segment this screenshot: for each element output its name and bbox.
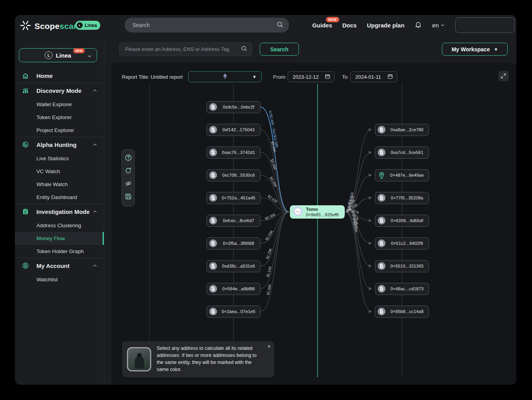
notifications-bell-icon[interactable]: [414, 21, 422, 30]
scopescan-logo-icon: [20, 20, 31, 33]
sidebar-item-discovery-mode[interactable]: Discovery Mode: [15, 83, 104, 98]
sidebar-item-wallet-explorer[interactable]: Wallet Explorer: [15, 98, 104, 111]
center-node-name: Tomo: [306, 206, 338, 212]
eth-token-icon: [223, 73, 227, 81]
flow-edge-in[interactable]: [261, 107, 289, 212]
refresh-icon: [125, 167, 132, 176]
sidebar-item-whale-watch[interactable]: Whale Watch: [15, 178, 104, 191]
document-icon: [378, 308, 385, 315]
address-node-in[interactable]: 0xdc5e...0ebc2f: [206, 101, 261, 113]
chevron-up-icon[interactable]: [92, 142, 98, 147]
center-node-address: 0×9e81...925ef8: [306, 212, 338, 217]
document-icon: [209, 262, 217, 270]
refresh-tool-button[interactable]: [124, 167, 132, 176]
search-icon[interactable]: [241, 45, 247, 53]
address-node-out[interactable]: 0×77f0...35208a: [375, 192, 429, 204]
document-icon: [209, 148, 217, 156]
address-node-out[interactable]: 0×6309...4d65df: [375, 215, 429, 227]
sidebar-nav: Home Discovery Mode Wallet ExplorerToken…: [15, 69, 104, 286]
document-icon: [378, 239, 385, 247]
my-workspace-button[interactable]: My Workspace▼: [442, 43, 508, 56]
address-node-out[interactable]: 0xa8ae...2ce780: [375, 124, 429, 136]
address-node-in[interactable]: 0×2f5a...3f9068: [206, 237, 261, 250]
sidebar-item-money-flow[interactable]: Money Flow: [15, 232, 104, 245]
fullscreen-button[interactable]: [498, 71, 508, 81]
flow-edge-in[interactable]: [261, 212, 289, 289]
address-node-out[interactable]: 0×48ac...cd1873: [375, 283, 429, 295]
sidebar-item-home[interactable]: Home: [15, 69, 104, 83]
chevron-up-icon[interactable]: [92, 88, 98, 93]
network-selector[interactable]: L Linea NEW: [19, 48, 97, 62]
linea-logo-icon: L: [77, 22, 83, 28]
nav-upgrade-plan[interactable]: Upgrade plan: [367, 22, 404, 29]
help-tool-button[interactable]: [124, 154, 132, 163]
token-filter-dropdown[interactable]: ▼: [188, 71, 262, 82]
sidebar-item-investigation-mode[interactable]: Investigation Mode: [15, 204, 104, 219]
address-node-out[interactable]: 0×5510...311365: [375, 260, 429, 272]
to-date-picker[interactable]: 2024-01-11: [350, 71, 397, 82]
address-node-in[interactable]: 0xd38c...a531e6: [206, 260, 261, 272]
caret-down-icon: ▼: [252, 74, 257, 79]
sidebar-item-alpha-hunting[interactable]: Alpha Hunting: [15, 137, 104, 152]
home-icon: [22, 72, 29, 80]
investigation-mode-icon: [22, 208, 29, 215]
address-node-in[interactable]: 0xc708...5530c6: [206, 169, 261, 181]
document-icon: [209, 171, 217, 179]
search-icon[interactable]: [276, 21, 284, 30]
sidebar: L Linea NEW Home Discovery Mode Wallet E…: [15, 36, 104, 385]
chevron-up-icon[interactable]: [92, 209, 98, 214]
document-icon: [209, 239, 217, 247]
sidebar-item-vc-watch[interactable]: VC Watch: [15, 165, 104, 178]
address-node-out[interactable]: 0xa7cd...5ce561: [375, 147, 429, 159]
new-badge: NEW: [73, 48, 85, 53]
sidebar-item-entity-dashboard[interactable]: Entity Dashboard: [15, 191, 104, 204]
eye-off-tool-button[interactable]: [124, 180, 132, 189]
wallet-connect-box[interactable]: [455, 17, 515, 33]
sidebar-item-token-holder-graph[interactable]: Token Holder Graph: [15, 245, 104, 258]
brand[interactable]: Scopescan: [20, 20, 79, 33]
tooltip-text: Select any address to calculate all its …: [157, 345, 264, 373]
address-search-input[interactable]: [125, 46, 241, 52]
chevron-up-icon[interactable]: [92, 263, 98, 268]
my-account-icon: [22, 262, 29, 269]
sidebar-item-address-clustering[interactable]: Address Clustering: [15, 219, 104, 232]
address-node-out[interactable]: 0×487e...6e49ae: [375, 169, 429, 181]
document-icon: [378, 217, 385, 224]
expand-icon: [500, 73, 507, 79]
document-icon: [209, 126, 217, 134]
linea-network-icon: L: [45, 51, 52, 59]
document-icon: [209, 308, 217, 315]
save-tool-button[interactable]: [124, 193, 132, 202]
flow-edge-in[interactable]: [261, 212, 289, 311]
nav-guides[interactable]: Guides NEW: [312, 22, 332, 29]
nav-docs[interactable]: Docs: [342, 22, 357, 29]
sidebar-item-live-statistics[interactable]: Live Statistics: [15, 152, 104, 165]
close-icon[interactable]: ×: [267, 343, 271, 349]
search-button[interactable]: Search: [260, 43, 299, 56]
language-selector[interactable]: en: [432, 22, 445, 29]
address-node-out[interactable]: 0×85b8...cc14a8: [375, 306, 429, 318]
address-node-in[interactable]: 0xf142...175043: [206, 124, 261, 136]
network-selector-label: Linea NEW: [56, 52, 71, 59]
address-node-out[interactable]: 0×51c2...9402f9: [375, 237, 429, 250]
document-icon: [209, 217, 217, 224]
report-title: Report Title: Untitled report: [122, 74, 183, 80]
network-badge: L Linea: [75, 21, 100, 30]
sidebar-item-token-explorer[interactable]: Token Explorer: [15, 111, 104, 124]
document-icon: [378, 285, 385, 293]
edge-label: $1.08K: [266, 284, 272, 295]
document-icon: [209, 103, 217, 111]
sidebar-item-watchlist[interactable]: Watchlist: [15, 273, 104, 286]
from-date-picker[interactable]: 2023-12-12: [288, 71, 335, 82]
address-node-in[interactable]: 0×752a...451a45: [206, 192, 261, 204]
sidebar-item-my-account[interactable]: My Account: [15, 258, 104, 273]
top-navigation: Guides NEW Docs Upgrade plan en: [312, 17, 515, 33]
address-node-in[interactable]: 0×2aea...07e1e5: [206, 306, 261, 318]
sidebar-item-project-explorer[interactable]: Project Explorer: [15, 124, 104, 137]
address-node-in[interactable]: 0xfcec...8ce6d7: [206, 215, 261, 227]
from-label: From: [273, 74, 286, 80]
global-search-input[interactable]: [132, 22, 276, 28]
address-node-in[interactable]: 0xac76...3742d1: [206, 147, 261, 159]
center-address-node[interactable]: Tomo 0×9e81...925ef8: [290, 205, 345, 219]
address-node-in[interactable]: 0×594e...a8bf88: [206, 283, 261, 295]
